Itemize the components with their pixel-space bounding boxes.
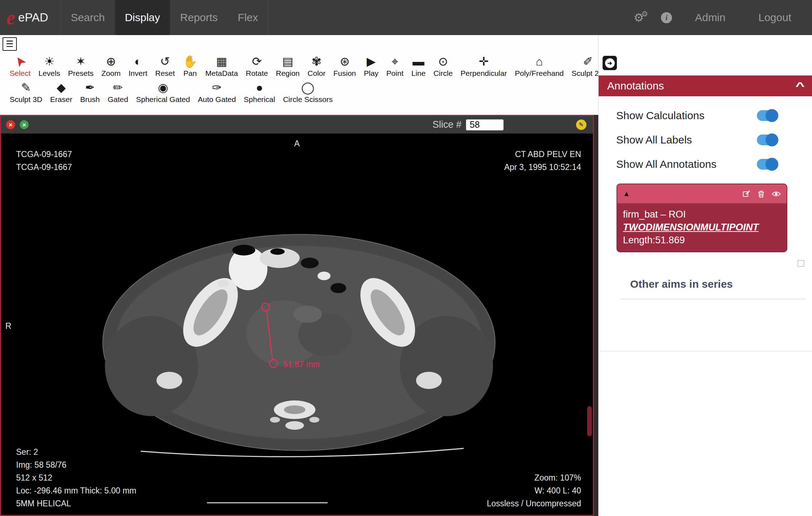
arrow-right-icon: ➜: [605, 58, 615, 68]
annotation-length: Length:51.869: [623, 234, 781, 247]
edit-annotation-pencil-icon[interactable]: ✎: [576, 120, 586, 130]
tool-label: Perpendicular: [460, 69, 507, 78]
close-viewer-icon[interactable]: ✕: [6, 120, 15, 129]
sidebar-collapse-button[interactable]: ➜: [603, 56, 617, 70]
nav-reports[interactable]: Reports: [170, 0, 228, 35]
tool-reset[interactable]: ↺ Reset: [151, 54, 179, 78]
patient-id-line1: TCGA-09-1667: [16, 148, 72, 161]
tool-label: MetaData: [206, 69, 238, 78]
toggle-knob: [765, 158, 778, 171]
study-description: CT ABD PELV EN: [504, 148, 581, 161]
annotations-panel: Annotations ^ Show Calculations Show All…: [599, 76, 812, 299]
tool-select[interactable]: ➤ Select: [6, 54, 34, 78]
tool-eraser[interactable]: ◆ Eraser: [46, 81, 76, 104]
slice-number-input[interactable]: [466, 119, 504, 131]
tool-rotate[interactable]: ⟳ Rotate: [242, 54, 272, 78]
tool-region[interactable]: ▤ Region: [272, 54, 304, 78]
tool-label: Region: [276, 69, 300, 78]
auto-gated-icon: ✑: [212, 81, 222, 95]
hamburger-menu-button[interactable]: ☰: [3, 37, 17, 51]
annotations-title: Annotations: [607, 80, 664, 92]
series-info-overlay: Ser: 2 Img: 58 58/76 512 x 512 Loc: -296…: [16, 446, 136, 510]
tool-spherical-gated[interactable]: ◉ Spherical Gated: [132, 81, 194, 104]
nav-display[interactable]: Display: [115, 0, 170, 35]
color-palette-icon: ✾: [311, 54, 322, 69]
edit-icon[interactable]: [742, 190, 751, 198]
visibility-eye-icon[interactable]: [772, 190, 781, 198]
chevron-up-icon[interactable]: ^: [796, 80, 805, 92]
tool-color[interactable]: ✾ Color: [304, 54, 329, 78]
dicom-image-area[interactable]: 51.87 mm A R TCGA-09-1667 TCGA-09-1667 C…: [1, 133, 593, 515]
main-nav: Search Display Reports Flex: [61, 0, 269, 35]
presets-icon: ✶: [76, 54, 86, 69]
nav-admin[interactable]: Admin: [685, 11, 735, 24]
levels-icon: ☀: [44, 54, 55, 69]
slice-label: Slice #: [432, 119, 461, 130]
tool-invert[interactable]: ◐ Invert: [125, 54, 151, 78]
tool-label: Color: [308, 69, 325, 78]
annotation-name: firm_bat – ROI: [623, 208, 781, 221]
nav-logout[interactable]: Logout: [748, 11, 801, 24]
tool-sculpt-3d[interactable]: ✎ Sculpt 3D: [6, 81, 46, 104]
show-all-labels-toggle[interactable]: [757, 135, 778, 145]
pan-hand-icon: ✋: [183, 54, 197, 69]
tool-poly-freehand[interactable]: ⌂ Poly/Freehand: [511, 54, 568, 78]
tool-play[interactable]: ▶ Play: [360, 54, 382, 78]
slice-control: Slice #: [432, 116, 504, 133]
circle-scissors-icon: ◯: [301, 81, 314, 95]
viewer-titlebar[interactable]: ✕ ✕ Slice # ✎: [1, 116, 593, 133]
tool-label: Point: [386, 69, 403, 78]
tool-label: Pan: [183, 69, 197, 78]
settings-gears-icon[interactable]: ⚙ ⚙: [634, 11, 648, 24]
region-icon: ▤: [282, 54, 293, 69]
show-calculations-toggle[interactable]: [757, 110, 778, 121]
tool-circle-scissors[interactable]: ◯ Circle Scissors: [279, 81, 337, 104]
toggle-label: Show All Annotations: [616, 158, 716, 170]
tool-brush[interactable]: ✒ Brush: [76, 81, 104, 104]
patient-id-line2: TCGA-09-1667: [16, 161, 72, 174]
tool-metadata[interactable]: ▦ MetaData: [202, 54, 242, 78]
app-title: ePAD: [18, 11, 48, 24]
annotation-card-header[interactable]: ▲: [617, 184, 787, 204]
tool-auto-gated[interactable]: ✑ Auto Gated: [194, 81, 240, 104]
tool-perpendicular[interactable]: ✛ Perpendicular: [456, 54, 511, 78]
orientation-right-label: R: [5, 320, 11, 332]
select-cursor-icon: ➤: [11, 53, 29, 70]
delete-trash-icon[interactable]: [757, 190, 765, 198]
tool-gated[interactable]: ✏ Gated: [104, 81, 132, 104]
protocol-name: 5MM HELICAL: [16, 497, 136, 510]
brush-icon: ✒: [85, 81, 95, 95]
info-icon[interactable]: i: [661, 12, 672, 23]
nav-search[interactable]: Search: [61, 0, 115, 35]
tool-fusion[interactable]: ⊛ Fusion: [329, 54, 360, 78]
tool-line[interactable]: ▬ Line: [407, 54, 430, 78]
metadata-icon: ▦: [216, 54, 227, 69]
annotation-card[interactable]: ▲: [617, 184, 787, 252]
app-brand[interactable]: e ePAD: [0, 8, 48, 28]
tool-pan[interactable]: ✋ Pan: [179, 54, 201, 78]
tool-circle[interactable]: ⊙ Circle: [430, 54, 457, 78]
play-icon: ▶: [367, 54, 376, 69]
show-all-annotations-toggle[interactable]: [757, 159, 778, 170]
nav-flex[interactable]: Flex: [228, 0, 268, 35]
circle-icon: ⊙: [438, 54, 448, 69]
triangle-up-icon[interactable]: ▲: [623, 190, 630, 198]
detach-viewer-icon[interactable]: ✕: [20, 120, 29, 129]
resize-handle[interactable]: [798, 260, 804, 267]
tool-presets[interactable]: ✶ Presets: [64, 54, 97, 78]
image-matrix: 512 x 512: [16, 471, 136, 484]
compression-info: Lossless / Uncompressed: [487, 497, 581, 510]
measurement-label: 51.87 mm: [283, 360, 320, 369]
tool-spherical[interactable]: ● Spherical: [240, 81, 279, 104]
perpendicular-icon: ✛: [479, 54, 489, 69]
annotations-header[interactable]: Annotations ^: [599, 76, 812, 96]
toggle-label: Show Calculations: [616, 109, 705, 122]
slice-scrollbar-thumb[interactable]: [587, 406, 592, 436]
tool-zoom[interactable]: ⊕ Zoom: [97, 54, 125, 78]
invert-icon: ◐: [134, 54, 141, 69]
tool-levels[interactable]: ☀ Levels: [34, 54, 64, 78]
tool-label: Circle: [434, 69, 453, 78]
nav-right: ⚙ ⚙ i Admin Logout: [634, 11, 812, 24]
tool-label: Poly/Freehand: [515, 69, 564, 78]
tool-point[interactable]: ⌖ Point: [382, 54, 407, 78]
